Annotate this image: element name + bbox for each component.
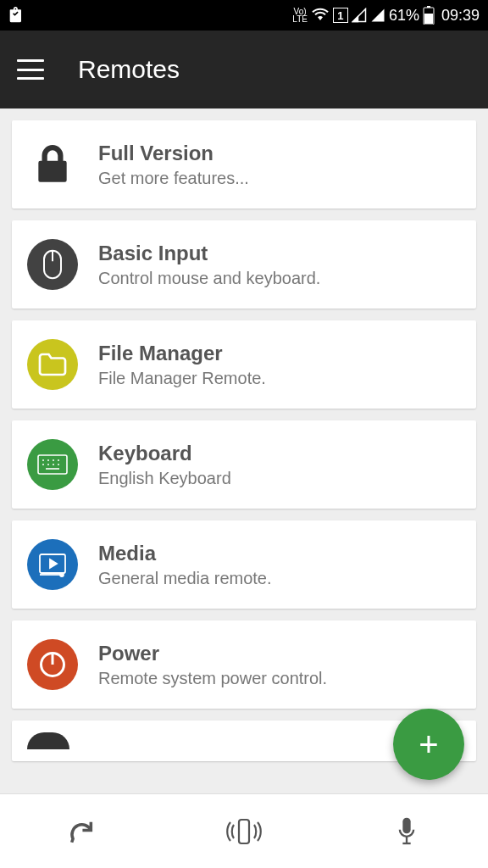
bottom-bar (0, 793, 488, 868)
power-icon (27, 639, 78, 690)
remote-full-version[interactable]: Full Version Get more features... (12, 120, 476, 209)
mic-button[interactable] (335, 802, 479, 861)
lock-icon (27, 139, 78, 190)
folder-icon (27, 339, 78, 390)
signal-1-icon (352, 8, 367, 23)
card-title: Media (98, 542, 272, 565)
card-title: Full Version (98, 142, 249, 165)
card-subtitle: File Manager Remote. (98, 369, 266, 388)
card-subtitle: English Keyboard (98, 469, 231, 488)
card-subtitle: General media remote. (98, 569, 272, 588)
card-title: Basic Input (98, 242, 320, 265)
remote-basic-input[interactable]: Basic Input Control mouse and keyboard. (12, 220, 476, 309)
mic-icon (395, 815, 419, 848)
keyboard-icon (27, 439, 78, 490)
svg-rect-2 (424, 14, 433, 24)
card-subtitle: Get more features... (98, 169, 249, 188)
svg-point-16 (60, 573, 64, 576)
volte-icon: Vo)LTE (292, 8, 308, 23)
remote-keyboard[interactable]: Keyboard English Keyboard (12, 420, 476, 509)
menu-button[interactable] (17, 59, 44, 80)
app-bar: Remotes (0, 31, 488, 108)
remote-media[interactable]: Media General media remote. (12, 520, 476, 609)
partial-icon (27, 732, 69, 749)
add-button[interactable]: + (393, 709, 464, 780)
svg-rect-21 (402, 817, 410, 833)
refresh-icon (67, 817, 96, 846)
svg-rect-20 (239, 820, 249, 843)
remotes-list: Full Version Get more features... Basic … (0, 108, 488, 793)
plus-icon: + (419, 726, 438, 764)
remote-power[interactable]: Power Remote system power control. (12, 620, 476, 709)
wifi-icon (311, 8, 330, 23)
clock: 09:39 (441, 7, 480, 25)
battery-icon (423, 6, 435, 25)
refresh-button[interactable] (9, 802, 153, 861)
card-title: Keyboard (98, 442, 231, 465)
svg-rect-1 (427, 6, 430, 8)
remote-file-manager[interactable]: File Manager File Manager Remote. (12, 320, 476, 409)
status-bar: Vo)LTE 1 61% 09:39 (0, 0, 488, 31)
vibrate-button[interactable] (172, 802, 316, 861)
mouse-icon (27, 239, 78, 290)
card-title: File Manager (98, 342, 266, 365)
sim-indicator: 1 (333, 8, 348, 23)
card-title: Power (98, 642, 327, 665)
card-subtitle: Remote system power control. (98, 669, 327, 688)
shopping-bag-icon (8, 6, 25, 25)
vibrate-phone-icon (225, 816, 263, 847)
signal-2-icon (370, 8, 385, 23)
battery-percent: 61% (389, 7, 419, 25)
card-subtitle: Control mouse and keyboard. (98, 269, 320, 288)
media-icon (27, 539, 78, 590)
page-title: Remotes (78, 55, 180, 84)
